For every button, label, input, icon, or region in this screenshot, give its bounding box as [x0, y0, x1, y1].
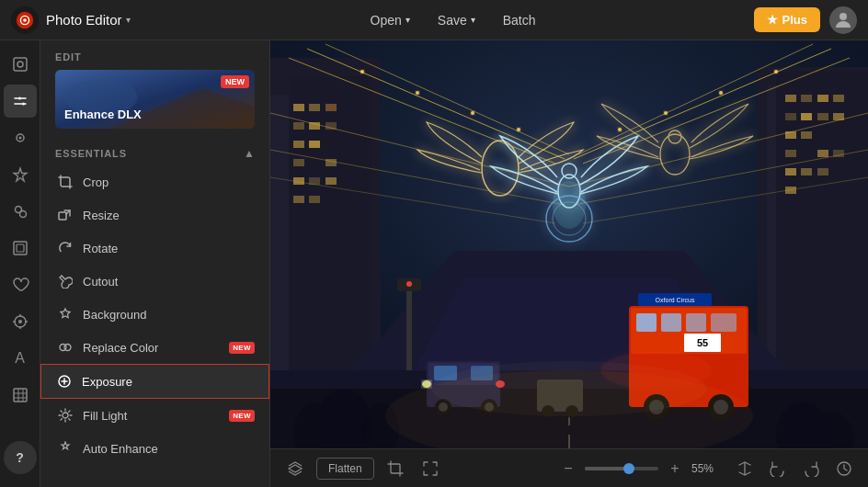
undo-button[interactable]	[765, 456, 791, 481]
sidebar-item-fill-light[interactable]: Fill Light NEW	[40, 399, 269, 432]
plus-button[interactable]: ★ Plus	[754, 7, 820, 32]
flip-horizontal-button[interactable]	[732, 456, 758, 481]
resize-label: Resize	[83, 209, 255, 222]
sidebar-item-auto-enhance[interactable]: Auto Enhance	[40, 432, 269, 465]
svg-rect-24	[14, 389, 27, 402]
replace-color-new-badge: NEW	[229, 342, 255, 354]
svg-rect-70	[833, 95, 844, 102]
svg-rect-72	[801, 113, 812, 120]
svg-point-91	[471, 111, 474, 115]
sidebar-item-resize[interactable]: Resize	[40, 198, 269, 232]
sidebar-item-exposure[interactable]: Exposure	[40, 364, 269, 399]
svg-point-13	[18, 137, 21, 140]
background-label: Background	[83, 308, 255, 322]
svg-point-15	[19, 211, 26, 218]
redo-button[interactable]	[798, 456, 824, 481]
svg-rect-49	[293, 104, 304, 111]
svg-point-97	[719, 91, 723, 95]
canvas-content[interactable]: 55 Oxford Circus	[270, 40, 868, 448]
zoom-slider[interactable]	[585, 467, 658, 470]
svg-rect-82	[817, 168, 828, 176]
svg-rect-53	[309, 122, 320, 130]
user-avatar[interactable]	[829, 6, 857, 34]
nav-save[interactable]: Save ▾	[425, 7, 488, 33]
svg-point-89	[360, 70, 364, 74]
history-button[interactable]	[831, 456, 857, 481]
nav-open[interactable]: Open ▾	[358, 7, 423, 33]
crop-tool-button[interactable]	[382, 456, 409, 481]
sidebar-item-background[interactable]: Background	[40, 298, 269, 331]
icon-bar-edit[interactable]	[4, 85, 37, 118]
fill-light-label: Fill Light	[83, 409, 220, 423]
app-logo[interactable]	[11, 6, 39, 34]
essentials-section-header: ESSENTIALS ▲	[40, 140, 269, 165]
svg-point-3	[839, 13, 847, 20]
svg-rect-120	[661, 313, 681, 332]
nav-batch[interactable]: Batch	[490, 7, 549, 33]
svg-rect-76	[801, 131, 812, 139]
sidebar-item-cutout[interactable]: Cutout	[40, 265, 269, 298]
svg-rect-52	[293, 122, 304, 130]
svg-rect-56	[309, 141, 320, 148]
svg-rect-80	[785, 168, 796, 176]
svg-point-90	[416, 91, 419, 95]
fill-light-icon	[57, 407, 74, 424]
app-name-chevron: ▾	[126, 15, 131, 25]
svg-rect-77	[785, 150, 796, 157]
sidebar-item-crop[interactable]: Crop	[40, 165, 269, 198]
svg-rect-73	[817, 113, 828, 120]
photo-canvas: 55 Oxford Circus	[270, 40, 868, 448]
svg-point-35	[63, 413, 68, 418]
help-button[interactable]: ?	[4, 441, 37, 474]
svg-point-5	[17, 62, 23, 67]
cutout-icon	[57, 273, 74, 289]
zoom-out-button[interactable]: −	[557, 458, 579, 480]
exposure-label: Exposure	[82, 375, 254, 389]
enhance-card-new-badge: NEW	[221, 75, 249, 88]
essentials-toggle[interactable]: ▲	[244, 147, 255, 160]
svg-point-2	[23, 18, 27, 22]
svg-line-40	[61, 411, 62, 412]
app-name-label: Photo Editor	[46, 12, 122, 28]
main-area: A ? EDIT	[0, 40, 868, 487]
topbar-nav: Open ▾ Save ▾ Batch	[153, 7, 754, 33]
sidebar-items-list: Crop Resize	[40, 165, 269, 487]
svg-rect-54	[326, 122, 337, 130]
icon-bar-home[interactable]	[4, 48, 37, 81]
rotate-icon	[57, 240, 74, 256]
enhance-dlx-card[interactable]: Enhance DLX NEW	[55, 70, 255, 129]
topbar: Photo Editor ▾ Open ▾ Save ▾ Batch ★ Plu…	[0, 0, 868, 40]
zoom-in-button[interactable]: +	[664, 458, 686, 480]
exposure-icon	[56, 373, 73, 390]
icon-bar-frames[interactable]	[4, 232, 37, 265]
icon-bar-tools[interactable]	[4, 305, 37, 338]
icon-bar-heart[interactable]	[4, 268, 37, 301]
icon-bar-effects[interactable]	[4, 195, 37, 228]
fullscreen-button[interactable]	[417, 456, 444, 481]
replace-color-label: Replace Color	[83, 341, 220, 355]
svg-rect-4	[14, 58, 27, 71]
sidebar-item-replace-color[interactable]: Replace Color NEW	[40, 331, 269, 364]
app-name-container[interactable]: Photo Editor ▾	[46, 12, 131, 28]
sidebar-item-rotate[interactable]: Rotate	[40, 232, 269, 265]
icon-bar-text[interactable]: A	[4, 342, 37, 375]
icon-bar-favorites[interactable]	[4, 158, 37, 191]
svg-point-96	[774, 70, 778, 74]
svg-rect-51	[326, 104, 337, 111]
svg-rect-152	[406, 278, 412, 370]
svg-rect-63	[309, 196, 320, 203]
auto-enhance-icon	[57, 440, 74, 457]
layers-button[interactable]	[281, 456, 309, 481]
flatten-button[interactable]: Flatten	[316, 458, 374, 480]
bottom-bar: Flatten − + 55%	[270, 448, 868, 487]
svg-rect-55	[293, 141, 304, 148]
svg-point-151	[601, 352, 712, 389]
auto-enhance-label: Auto Enhance	[83, 442, 255, 456]
icon-bar-view[interactable]	[4, 121, 37, 154]
replace-color-icon	[57, 339, 74, 356]
svg-rect-31	[59, 212, 66, 220]
svg-point-33	[64, 345, 71, 351]
svg-rect-57	[293, 159, 304, 166]
svg-point-11	[22, 103, 25, 106]
icon-bar-texture[interactable]	[4, 379, 37, 412]
